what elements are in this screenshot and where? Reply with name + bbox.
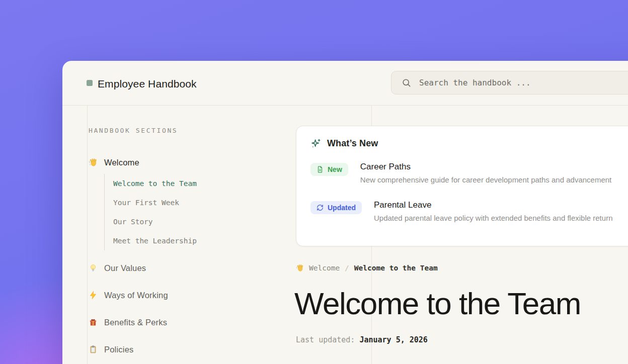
search-icon (402, 78, 411, 87)
wave-icon (296, 264, 304, 272)
breadcrumb-section[interactable]: Welcome (309, 264, 340, 272)
sidebar-item-label: Our Values (104, 263, 146, 273)
sidebar-item-our-values[interactable]: Our Values (89, 262, 305, 274)
sidebar-item-ways-of-working[interactable]: Ways of Working (89, 289, 305, 301)
sidebar-subitem-welcome-to-the-team[interactable]: Welcome to the Team (113, 174, 305, 193)
whats-new-card: What’s New New Career Paths New comprehe… (296, 126, 628, 246)
entry-title: Career Paths (360, 162, 611, 172)
breadcrumb-page: Welcome to the Team (354, 264, 438, 272)
sidebar-subitem-meet-the-leadership[interactable]: Meet the Leadership (113, 231, 305, 250)
sidebar-item-label: Ways of Working (104, 291, 168, 300)
sidebar-section-label: HANDBOOK SECTIONS (89, 127, 178, 134)
sidebar-sublist-welcome: Welcome to the Team Your First Week Our … (104, 174, 305, 250)
search-box[interactable] (391, 71, 628, 95)
app-window: Employee Handbook HANDBOOK SECTIONS (62, 61, 628, 364)
sidebar-left-rule (87, 106, 88, 364)
sidebar-item-label: Policies (104, 345, 133, 354)
bulb-icon (89, 263, 98, 272)
last-updated-label: Last updated: (296, 335, 355, 344)
wave-icon (89, 158, 98, 167)
file-text-icon (317, 166, 324, 173)
last-updated-value: January 5, 2026 (359, 335, 427, 344)
breadcrumb: Welcome / Welcome to the Team (296, 264, 438, 272)
sidebar-item-benefits-perks[interactable]: Benefits & Perks (89, 316, 305, 328)
refresh-icon (317, 204, 324, 211)
whats-new-title: What’s New (327, 138, 378, 149)
sidebar-item-policies[interactable]: Policies (89, 343, 305, 355)
entry-title: Parental Leave (374, 200, 612, 210)
sidebar-nav: Welcome Welcome to the Team Your First W… (89, 156, 305, 355)
updated-badge: Updated (310, 201, 362, 214)
whats-new-entry[interactable]: New Career Paths New comprehensive guide… (310, 162, 628, 184)
page-title: Welcome to the Team (294, 287, 581, 320)
last-updated-line: Last updated: January 5, 2026 (296, 335, 428, 344)
app-header: Employee Handbook (62, 61, 628, 106)
entry-description: Updated parental leave policy with exten… (374, 214, 612, 222)
gift-icon (89, 318, 98, 327)
entry-description: New comprehensive guide for career devel… (360, 175, 611, 184)
clipboard-icon (89, 345, 98, 354)
sidebar-subitem-your-first-week[interactable]: Your First Week (113, 193, 305, 212)
new-badge: New (310, 163, 348, 176)
sidebar-item-label: Welcome (104, 158, 139, 167)
sidebar-item-welcome[interactable]: Welcome (89, 156, 305, 168)
sidebar-subitem-our-story[interactable]: Our Story (113, 212, 305, 231)
logo-mark-icon (87, 80, 93, 86)
app-title: Employee Handbook (98, 78, 197, 90)
breadcrumb-separator: / (345, 264, 349, 272)
sidebar-item-label: Benefits & Perks (104, 318, 167, 327)
bolt-icon (89, 291, 98, 300)
search-input[interactable] (419, 78, 628, 87)
whats-new-entry[interactable]: Updated Parental Leave Updated parental … (310, 200, 628, 222)
sparkles-icon (310, 138, 321, 149)
